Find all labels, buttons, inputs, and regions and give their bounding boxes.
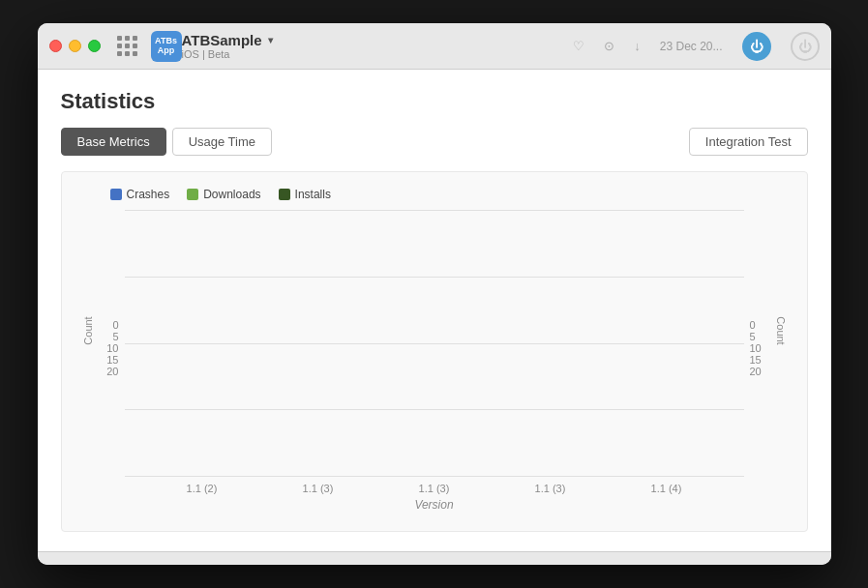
x-label-1: 1.1 (2) [187, 483, 218, 494]
traffic-lights [49, 40, 101, 52]
download-icon[interactable]: ↓ [634, 39, 641, 53]
y-axis-left-label: Count [81, 317, 93, 345]
tab-usage-time[interactable]: Usage Time [172, 128, 272, 156]
date-label: 23 Dec 20... [660, 40, 723, 53]
x-label-5: 1.1 (4) [651, 483, 682, 494]
grid-lines [125, 211, 744, 477]
bars-area [125, 211, 744, 477]
app-dropdown-chevron[interactable]: ▾ [268, 35, 273, 45]
legend-installs: Installs [279, 188, 331, 201]
power-active-button[interactable]: ⏻ [742, 32, 771, 61]
y-tick-0: 0 [112, 319, 118, 331]
y-tick-20: 20 [106, 366, 118, 377]
y-axis-left: 20 15 10 5 0 [104, 319, 124, 404]
minimize-button[interactable] [69, 40, 81, 52]
app-logo: ATBsApp [151, 31, 182, 62]
page-title: Statistics [61, 89, 808, 114]
main-window: ATBsApp ATBSample ▾ iOS | Beta ♡ ⊙ ↓ 23 … [38, 23, 831, 565]
power-inactive-button[interactable]: ⏻ [791, 32, 820, 61]
heart-icon[interactable]: ♡ [573, 39, 584, 53]
y-right-tick-0: 0 [750, 319, 756, 331]
installs-color-dot [279, 189, 290, 200]
y-right-tick-20: 20 [750, 366, 762, 377]
y-right-tick-5: 5 [750, 331, 756, 342]
downloads-color-dot [187, 189, 198, 200]
app-platform-label: iOS | Beta [182, 48, 273, 60]
y-axis-right-label: Count [775, 317, 787, 345]
y-tick-15: 15 [106, 354, 118, 366]
y-right-tick-15: 15 [750, 354, 762, 366]
y-tick-5: 5 [112, 331, 118, 342]
chart-legend: Crashes Downloads Installs [81, 188, 788, 201]
close-button[interactable] [49, 40, 62, 52]
y-axis-right-wrapper: 20 15 10 5 0 Count [744, 211, 788, 512]
chart-plot: 1.1 (2) 1.1 (3) 1.1 (3) 1.1 (3) 1.1 (4) … [125, 211, 744, 512]
x-label-3: 1.1 (3) [419, 483, 450, 494]
y-tick-10: 10 [106, 342, 118, 354]
maximize-button[interactable] [88, 40, 101, 52]
grid-menu-icon[interactable] [114, 33, 141, 60]
titlebar: ATBsApp ATBSample ▾ iOS | Beta ♡ ⊙ ↓ 23 … [38, 23, 831, 70]
window-bottom-bar [38, 551, 831, 565]
app-info: ATBSample ▾ iOS | Beta [182, 32, 574, 60]
titlebar-right: ♡ ⊙ ↓ 23 Dec 20... ⏻ ⏻ [573, 32, 819, 61]
x-label-4: 1.1 (3) [535, 483, 566, 494]
app-name-label: ATBSample ▾ [182, 32, 273, 48]
y-axis-left-wrapper: Count 20 15 10 5 0 [81, 211, 125, 512]
y-right-tick-10: 10 [750, 342, 762, 354]
x-label-2: 1.1 (3) [303, 483, 334, 494]
tabs-row: Base Metrics Usage Time Integration Test [61, 128, 808, 156]
legend-installs-label: Installs [295, 188, 331, 201]
y-axis-right: 20 15 10 5 0 [744, 319, 772, 404]
chart-container: Crashes Downloads Installs Count [61, 171, 808, 532]
chart-body: Count 20 15 10 5 0 [81, 211, 788, 512]
legend-downloads: Downloads [187, 188, 260, 201]
crashes-color-dot [110, 189, 122, 200]
legend-crashes-label: Crashes [127, 188, 170, 201]
legend-crashes: Crashes [110, 188, 170, 201]
x-axis: 1.1 (2) 1.1 (3) 1.1 (3) 1.1 (3) 1.1 (4) [125, 477, 744, 494]
tab-base-metrics[interactable]: Base Metrics [61, 128, 166, 156]
x-axis-title: Version [125, 498, 744, 512]
integration-test-button[interactable]: Integration Test [689, 128, 808, 156]
main-content: Statistics Base Metrics Usage Time Integ… [38, 70, 831, 551]
legend-downloads-label: Downloads [203, 188, 260, 201]
circle-icon[interactable]: ⊙ [604, 39, 614, 53]
